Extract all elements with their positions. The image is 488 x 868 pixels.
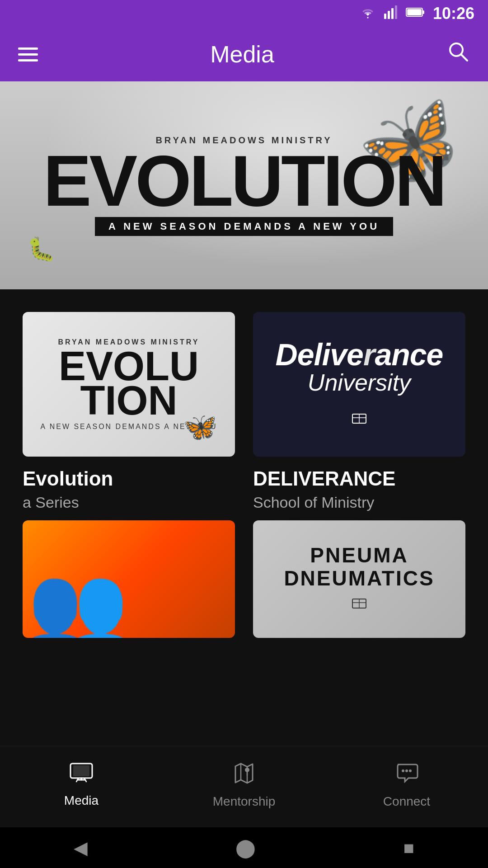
nav-label-mentorship: Mentorship <box>213 794 276 809</box>
svg-point-25 <box>405 769 408 772</box>
svg-line-8 <box>461 54 467 61</box>
battery-icon <box>406 6 425 21</box>
svg-rect-0 <box>384 14 386 19</box>
bottom-nav: Media Mentorship Connect <box>0 746 488 827</box>
evolution-thumbnail: BRYAN MEADOWS MINISTRY EVOLUTION A NEW S… <box>23 312 235 457</box>
media-card-deliverance[interactable]: Deliverance University DELIVERANCE Schoo… <box>253 312 465 511</box>
deliverance-subtitle: School of Ministry <box>253 494 465 511</box>
deliverance-title: DELIVERANCE <box>253 467 465 490</box>
page-title: Media <box>210 41 274 68</box>
back-button[interactable]: ◀ <box>74 837 88 858</box>
hero-title: EVOLUTION <box>43 150 445 212</box>
evolution-title: Evolution <box>23 467 235 490</box>
deliverance-thumbnail: Deliverance University <box>253 312 465 457</box>
svg-rect-3 <box>395 5 397 19</box>
svg-point-26 <box>409 769 412 772</box>
media-grid: BRYAN MEADOWS MINISTRY EVOLUTION A NEW S… <box>0 289 488 520</box>
nav-item-mentorship[interactable]: Mentorship <box>163 761 325 809</box>
media-card-evolution[interactable]: BRYAN MEADOWS MINISTRY EVOLUTION A NEW S… <box>23 312 235 511</box>
caterpillar-decoration: 🐛 <box>27 236 55 262</box>
mentorship-figures-decoration: 👥 <box>27 566 129 638</box>
chat-icon <box>395 761 418 790</box>
android-nav: ◀ ⬤ ■ <box>0 827 488 868</box>
pneuma-title-line2: DNEUMaTiCS <box>284 567 434 590</box>
hero-tagline: A NEW SEASON DEMANDS A NEW YOU <box>95 217 393 236</box>
status-bar: 10:26 <box>0 0 488 27</box>
pneuma-thumbnail: PNEUMA DNEUMaTiCS <box>253 520 465 638</box>
svg-rect-1 <box>388 11 390 19</box>
header: Media <box>0 27 488 81</box>
svg-point-23 <box>245 768 249 772</box>
nav-item-media[interactable]: Media <box>0 762 163 808</box>
media-card-pneuma[interactable]: PNEUMA DNEUMaTiCS <box>253 520 465 638</box>
search-button[interactable] <box>446 40 470 69</box>
signal-icon <box>384 5 398 22</box>
nav-label-connect: Connect <box>383 794 430 809</box>
svg-rect-6 <box>407 9 422 15</box>
svg-rect-5 <box>422 10 424 14</box>
status-icons: 10:26 <box>360 4 474 23</box>
svg-point-24 <box>402 769 404 772</box>
media-card-mentorship[interactable]: 👥 <box>23 520 235 638</box>
hero-banner: 🦋 BRYAN MEADOWS MINISTRY EVOLUTION A NEW… <box>0 81 488 289</box>
recent-button[interactable]: ■ <box>404 838 414 858</box>
map-icon <box>232 761 256 790</box>
wifi-icon <box>360 6 376 22</box>
tv-icon <box>70 762 93 789</box>
status-time: 10:26 <box>433 4 474 23</box>
evolution-subtitle: a Series <box>23 494 235 511</box>
hero-content: BRYAN MEADOWS MINISTRY EVOLUTION A NEW S… <box>43 135 445 236</box>
mentorship-thumbnail: 👥 <box>23 520 235 638</box>
nav-item-connect[interactable]: Connect <box>325 761 488 809</box>
media-grid-row2: 👥 PNEUMA DNEUMaTiCS <box>0 520 488 647</box>
pneuma-title-line1: PNEUMA <box>284 544 434 567</box>
svg-rect-2 <box>391 8 394 19</box>
menu-button[interactable] <box>18 47 38 61</box>
svg-rect-16 <box>73 765 89 776</box>
nav-label-media: Media <box>64 793 99 808</box>
home-button[interactable]: ⬤ <box>235 837 256 858</box>
